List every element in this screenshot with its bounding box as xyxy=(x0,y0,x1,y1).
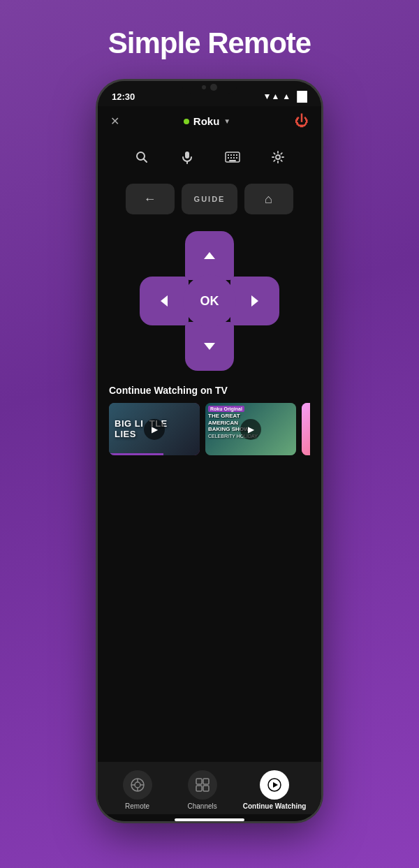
svg-rect-21 xyxy=(196,779,202,784)
thumb1-overlay: ▶ xyxy=(109,403,200,455)
nav-item-continue-watching[interactable]: Continue Watching xyxy=(243,770,307,810)
nav-row: ← GUIDE ⌂ xyxy=(98,178,321,220)
dpad-left-button[interactable] xyxy=(140,277,189,325)
thumb2-overlay: ▶ xyxy=(205,403,296,455)
chevron-down-icon: ▼ xyxy=(223,117,230,125)
nav-item-channels[interactable]: Channels xyxy=(178,770,227,810)
svg-rect-22 xyxy=(203,779,209,784)
svg-point-16 xyxy=(135,782,140,788)
phone-notch xyxy=(182,81,237,94)
svg-rect-9 xyxy=(228,157,229,159)
home-indicator xyxy=(175,818,244,821)
svg-rect-7 xyxy=(233,154,235,156)
close-button[interactable]: ✕ xyxy=(110,115,119,128)
svg-rect-23 xyxy=(196,786,202,791)
continue-watching-section: Continue Watching on TV BIG LITTLELIES ▶ xyxy=(98,376,321,461)
status-time: 12:30 xyxy=(112,91,135,102)
dpad-right-button[interactable] xyxy=(230,277,279,325)
back-button[interactable]: ← xyxy=(126,184,175,214)
status-icons: ▼▲ ▲ ▐█ xyxy=(263,91,308,102)
toolbar xyxy=(98,136,321,178)
play-button-1[interactable]: ▶ xyxy=(144,419,165,440)
app-header: ✕ Roku ▼ ⏻ xyxy=(98,106,321,136)
device-name: Roku xyxy=(193,115,220,127)
phone-frame: 12:30 ▼▲ ▲ ▐█ ✕ Roku ▼ ⏻ xyxy=(98,81,321,821)
svg-rect-11 xyxy=(233,157,235,159)
svg-rect-8 xyxy=(236,154,237,156)
guide-button[interactable]: GUIDE xyxy=(182,184,237,214)
svg-marker-26 xyxy=(273,782,278,788)
remote-label: Remote xyxy=(125,802,149,810)
power-button[interactable]: ⏻ xyxy=(295,113,309,129)
keyboard-button[interactable] xyxy=(219,143,247,171)
page-title: Simple Remote xyxy=(108,27,311,60)
remote-icon xyxy=(123,770,152,800)
svg-rect-10 xyxy=(230,157,232,159)
play-button-2[interactable]: ▶ xyxy=(240,419,261,440)
svg-rect-6 xyxy=(230,154,232,156)
thumb1-progress xyxy=(109,453,163,455)
thumbnail-partial[interactable] xyxy=(302,403,310,455)
thumbnail-baking-show[interactable]: Roku Original THE GREATAMERICANBAKING SH… xyxy=(205,403,296,455)
ok-button[interactable]: OK xyxy=(183,274,236,328)
status-bar: 12:30 ▼▲ ▲ ▐█ xyxy=(98,81,321,106)
channels-label: Channels xyxy=(187,802,216,810)
notch-speaker xyxy=(202,85,206,89)
continue-thumbnails: BIG LITTLELIES ▶ Roku Original THE GREAT… xyxy=(109,403,310,455)
dpad-up-button[interactable] xyxy=(185,231,234,280)
dpad-container: OK xyxy=(98,220,321,376)
device-status-dot xyxy=(184,119,189,124)
bottom-nav: Remote Channels xyxy=(98,762,321,814)
svg-point-14 xyxy=(276,155,280,159)
svg-line-1 xyxy=(143,159,147,163)
dpad-down-button[interactable] xyxy=(185,322,234,371)
nav-item-remote[interactable]: Remote xyxy=(113,770,162,810)
svg-rect-24 xyxy=(203,786,209,791)
device-selector[interactable]: Roku ▼ xyxy=(184,115,230,127)
thumbnail-big-little-lies[interactable]: BIG LITTLELIES ▶ xyxy=(109,403,200,455)
continue-watching-title: Continue Watching on TV xyxy=(109,385,310,396)
svg-rect-12 xyxy=(236,157,237,159)
continue-watching-icon xyxy=(260,770,289,800)
signal-icon: ▼▲ xyxy=(263,91,280,101)
svg-rect-5 xyxy=(228,154,229,156)
settings-button[interactable] xyxy=(264,143,292,171)
mic-button[interactable] xyxy=(173,143,201,171)
battery-icon: ▐█ xyxy=(293,91,307,102)
dpad: OK xyxy=(140,231,279,371)
home-button[interactable]: ⌂ xyxy=(244,184,293,214)
svg-rect-13 xyxy=(229,160,236,161)
svg-rect-2 xyxy=(185,152,189,159)
wifi-icon: ▲ xyxy=(282,91,291,101)
channels-icon xyxy=(188,770,217,800)
notch-camera xyxy=(210,84,217,91)
search-button[interactable] xyxy=(128,143,156,171)
app-screen: ✕ Roku ▼ ⏻ xyxy=(98,106,321,821)
continue-watching-label: Continue Watching xyxy=(243,802,307,810)
